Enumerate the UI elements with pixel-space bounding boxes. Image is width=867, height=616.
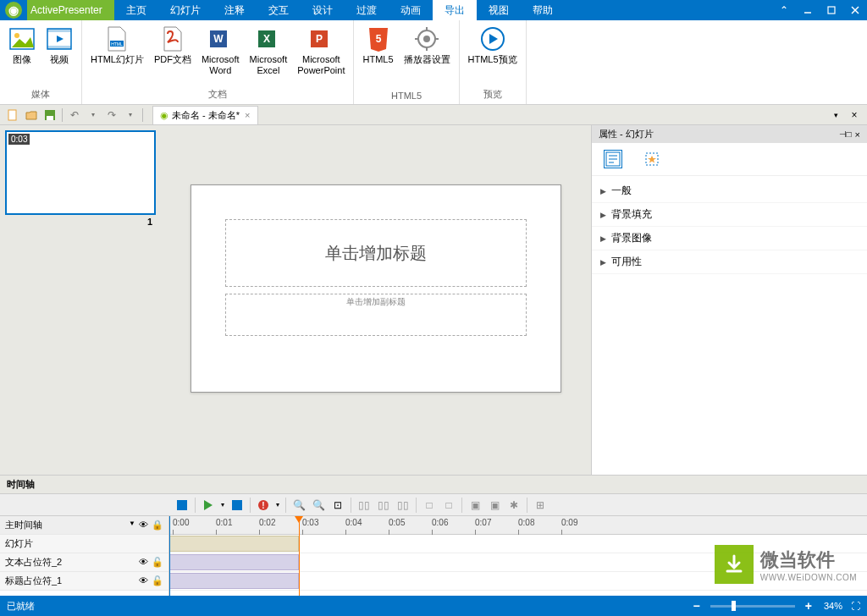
props-item-availability[interactable]: ▶可用性	[592, 250, 867, 274]
tab-help[interactable]: 帮助	[521, 0, 565, 20]
undo-dropdown[interactable]: ▾	[84, 107, 102, 124]
timeline-row-title[interactable]	[169, 572, 867, 591]
align-tool-1-icon[interactable]: ▯▯	[355, 496, 373, 514]
title-placeholder[interactable]: 单击增加标题	[225, 219, 527, 287]
tab-slides[interactable]: 幻灯片	[158, 0, 213, 20]
tick: 0:04	[345, 518, 362, 527]
export-excel-button[interactable]: X Microsoft Excel	[245, 22, 293, 80]
export-html5-button[interactable]: 5 HTML5	[357, 22, 398, 69]
canvas-area[interactable]: 单击增加标题 单击增加副标题	[161, 125, 591, 475]
stop-button[interactable]	[173, 496, 191, 514]
tab-export[interactable]: 导出	[433, 0, 477, 20]
tab-interact[interactable]: 交互	[257, 0, 301, 20]
play-button[interactable]	[199, 496, 218, 514]
clip[interactable]	[169, 536, 299, 552]
export-pdf-button[interactable]: PDF文档	[149, 22, 196, 69]
tab-animation[interactable]: 动画	[389, 0, 433, 20]
ribbon-collapse-icon[interactable]: ⌃	[772, 0, 796, 20]
misc-tool-icon[interactable]: ✱	[505, 496, 523, 514]
properties-tab-text-icon[interactable]	[604, 150, 622, 168]
zoom-in-button[interactable]: +	[802, 599, 815, 613]
doc-tab-close-icon[interactable]: ×	[245, 110, 250, 120]
zoom-fit-icon[interactable]: ⊡	[329, 496, 347, 514]
zoom-level: 34%	[824, 601, 842, 611]
export-video-button[interactable]: 视频	[41, 22, 78, 69]
export-image-button[interactable]: 图像	[3, 22, 41, 69]
chevron-down-icon[interactable]: ▼	[129, 520, 135, 531]
clip[interactable]	[169, 554, 299, 570]
tab-home[interactable]: 主页	[114, 0, 158, 20]
clip[interactable]	[169, 573, 299, 589]
undo-button[interactable]: ↶	[65, 107, 84, 124]
zoom-thumb[interactable]	[732, 601, 736, 611]
slide-thumbnail[interactable]: 0:03	[5, 130, 156, 215]
lock-icon[interactable]: 🔒	[152, 520, 163, 531]
track-title-placeholder[interactable]: 标题占位符_1 👁🔓	[0, 572, 168, 591]
play-dropdown-icon[interactable]: ▾	[218, 496, 227, 514]
redo-button[interactable]: ↷	[102, 107, 121, 124]
timeline-row-slide[interactable]	[169, 535, 867, 553]
properties-toolbar	[592, 143, 867, 176]
close-icon[interactable]: ×	[855, 129, 860, 140]
order-tool-1-icon[interactable]: ▣	[466, 496, 484, 514]
new-button[interactable]	[3, 107, 22, 124]
timeline-ruler[interactable]: 0:00 0:01 0:02 0:03 0:04 0:05 0:06 0:07 …	[169, 516, 867, 535]
align-tool-2-icon[interactable]: ▯▯	[374, 496, 393, 514]
zoom-out-button[interactable]: −	[690, 599, 704, 613]
maximize-button[interactable]	[820, 0, 843, 20]
fit-screen-icon[interactable]: ⛶	[851, 601, 860, 611]
panel-close-icon[interactable]: ×	[845, 107, 864, 124]
window-controls: ⌃	[772, 0, 867, 20]
track-main[interactable]: 主时间轴 ▼ 👁 🔒	[0, 516, 168, 535]
player-settings-button[interactable]: 播放器设置	[399, 22, 456, 69]
order-tool-2-icon[interactable]: ▣	[485, 496, 504, 514]
slide-number: 1	[5, 215, 156, 227]
tab-view[interactable]: 视图	[477, 0, 521, 20]
tab-transition[interactable]: 过渡	[345, 0, 389, 20]
zoom-in-icon[interactable]: 🔍	[290, 496, 308, 514]
timeline-row-text[interactable]	[169, 553, 867, 572]
warning-dropdown-icon[interactable]: ▾	[273, 496, 282, 514]
eye-icon[interactable]: 👁	[139, 520, 148, 531]
html5-preview-button[interactable]: HTML5预览	[463, 22, 522, 69]
label: 播放器设置	[404, 54, 450, 65]
zoom-slider[interactable]	[710, 605, 795, 608]
subtitle-placeholder[interactable]: 单击增加副标题	[225, 294, 527, 336]
pin-icon[interactable]: ⊣□	[839, 129, 852, 140]
lock-icon[interactable]: 🔓	[152, 575, 163, 586]
open-button[interactable]	[22, 107, 41, 124]
props-item-bgfill[interactable]: ▶背景填充	[592, 203, 867, 227]
track-text-placeholder[interactable]: 文本占位符_2 👁🔓	[0, 553, 168, 572]
timeline-ruler-area[interactable]: 0:00 0:01 0:02 0:03 0:04 0:05 0:06 0:07 …	[169, 516, 867, 596]
export-word-button[interactable]: W Microsoft Word	[196, 22, 245, 80]
playhead[interactable]	[299, 516, 300, 596]
snap-toggle-icon[interactable]: ⊞	[531, 496, 549, 514]
record-button[interactable]	[228, 496, 246, 514]
html5-icon: 5	[365, 25, 392, 52]
panel-options-icon[interactable]: ▾	[826, 107, 845, 124]
tab-design[interactable]: 设计	[301, 0, 345, 20]
redo-dropdown[interactable]: ▾	[121, 107, 140, 124]
zoom-out-icon[interactable]: 🔍	[309, 496, 328, 514]
props-item-general[interactable]: ▶一般	[592, 179, 867, 203]
align-tool-3-icon[interactable]: ▯▯	[394, 496, 412, 514]
export-ppt-button[interactable]: P Microsoft PowerPoint	[292, 22, 350, 80]
warning-icon[interactable]: !	[254, 496, 273, 514]
minimize-button[interactable]	[796, 0, 820, 20]
export-html-slides-button[interactable]: HTML HTML幻灯片	[86, 22, 149, 69]
document-tab[interactable]: ◉ 未命名 - 未命名* ×	[152, 106, 258, 124]
group-tool-2-icon[interactable]: □	[439, 496, 458, 514]
close-button[interactable]	[843, 0, 867, 20]
lock-icon[interactable]: 🔓	[152, 557, 163, 568]
tick: 0:02	[259, 518, 275, 527]
eye-icon[interactable]: 👁	[139, 575, 148, 586]
save-button[interactable]	[41, 107, 59, 124]
props-item-bgimage[interactable]: ▶背景图像	[592, 227, 867, 250]
properties-tab-star-icon[interactable]	[643, 150, 661, 168]
eye-icon[interactable]: 👁	[139, 557, 148, 568]
track-slide[interactable]: 幻灯片	[0, 535, 168, 553]
tab-annotate[interactable]: 注释	[213, 0, 257, 20]
range-start-marker[interactable]	[169, 516, 170, 596]
group-tool-1-icon[interactable]: □	[420, 496, 439, 514]
slide-canvas[interactable]: 单击增加标题 单击增加副标题	[191, 184, 561, 393]
